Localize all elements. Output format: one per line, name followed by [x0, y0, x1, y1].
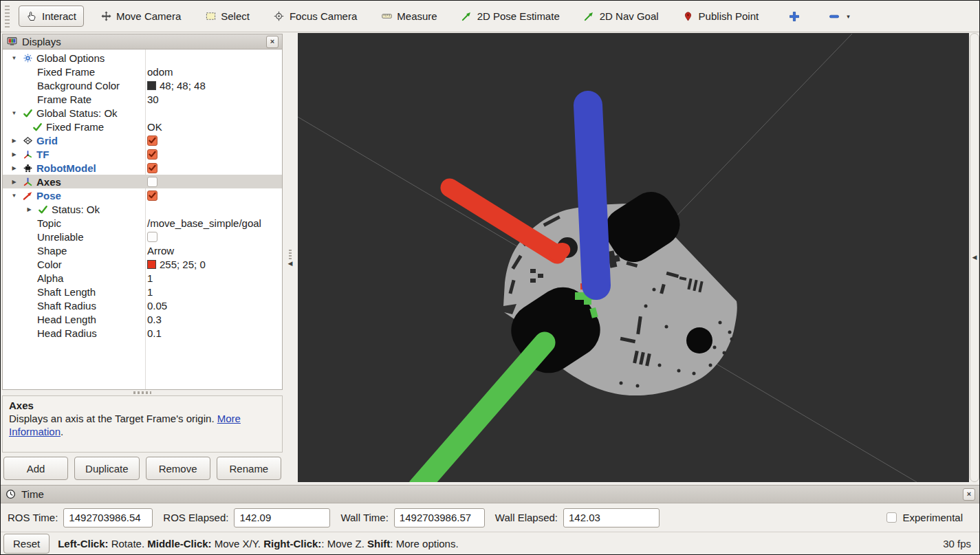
row-value-cell: 30: [147, 94, 159, 105]
expand-icon[interactable]: ▶: [25, 206, 34, 213]
collapse-icon[interactable]: ▼: [10, 110, 19, 116]
row-value[interactable]: 0.05: [147, 300, 167, 312]
close-icon[interactable]: ×: [266, 36, 279, 48]
row-value[interactable]: odom: [147, 66, 173, 78]
row-value[interactable]: 255; 25; 0: [160, 259, 206, 270]
ros-time-input[interactable]: [63, 508, 153, 527]
row-value-cell: 1: [147, 272, 153, 284]
display-row-unreliable[interactable]: Unreliable: [3, 230, 282, 243]
expand-icon[interactable]: ▶: [10, 138, 19, 144]
row-label: Shaft Length: [37, 286, 96, 298]
time-panel-header[interactable]: Time ×: [1, 485, 979, 503]
close-icon[interactable]: ×: [963, 488, 975, 501]
expand-icon[interactable]: ▶: [10, 165, 19, 171]
row-label: Head Radius: [37, 327, 97, 339]
select-icon: [205, 11, 216, 22]
color-swatch[interactable]: [147, 81, 156, 90]
row-value[interactable]: 0.3: [147, 314, 162, 325]
expand-icon[interactable]: ▶: [10, 151, 19, 157]
toolbar-focus-camera[interactable]: Focus Camera: [266, 6, 364, 27]
toolbar-move-camera[interactable]: Move Camera: [93, 6, 188, 27]
toolbar-select[interactable]: Select: [197, 6, 257, 27]
row-name-cell: Fixed Frame: [3, 120, 104, 133]
display-row-global-status-ok[interactable]: ▼Global Status: Ok: [3, 106, 282, 120]
experimental-option[interactable]: Experimental: [886, 512, 963, 523]
row-name-cell: Shape: [3, 243, 67, 257]
display-row-global-options[interactable]: ▼Global Options: [3, 51, 282, 65]
toolbar-drag-handle-icon[interactable]: [5, 6, 10, 28]
display-row-color[interactable]: Color255; 25; 0: [3, 257, 282, 271]
pose-icon: [22, 190, 33, 201]
ros-elapsed-input[interactable]: [234, 508, 330, 527]
panel-viewport-splitter[interactable]: ◀: [283, 34, 297, 482]
toolbar-interact[interactable]: Interact: [19, 6, 84, 27]
row-checkbox[interactable]: [147, 135, 157, 146]
display-row-head-length[interactable]: Head Length0.3: [3, 312, 282, 326]
wall-time-input[interactable]: [394, 508, 485, 527]
display-row-shaft-length[interactable]: Shaft Length1: [3, 285, 282, 298]
row-value[interactable]: 30: [147, 94, 159, 105]
selected-display-description: Axes Displays an axis at the Target Fram…: [2, 395, 283, 453]
display-row-topic[interactable]: Topic/move_base_simple/goal: [3, 216, 282, 230]
display-row-grid[interactable]: ▶Grid: [3, 133, 282, 147]
row-label: Shape: [37, 245, 67, 257]
collapse-right-icon[interactable]: ◀: [972, 254, 977, 261]
toolbar-2d-nav-goal[interactable]: 2D Nav Goal: [576, 6, 666, 27]
toolbar-publish-point[interactable]: Publish Point: [675, 6, 767, 27]
duplicate-button[interactable]: Duplicate: [74, 457, 139, 480]
check-icon: [22, 107, 33, 118]
row-value[interactable]: /move_base_simple/goal: [147, 217, 261, 229]
display-row-pose[interactable]: ▼Pose: [3, 188, 282, 202]
monitor-icon: [6, 36, 17, 47]
display-row-shaft-radius[interactable]: Shaft Radius0.05: [3, 298, 282, 312]
collapse-icon[interactable]: ▼: [10, 193, 19, 199]
chevron-down-icon[interactable]: ▾: [847, 13, 850, 20]
toolbar-minus-tool-button[interactable]: ▾: [821, 6, 858, 27]
display-row-fixed-frame[interactable]: Fixed FrameOK: [3, 120, 282, 133]
reset-button[interactable]: Reset: [3, 534, 50, 554]
row-checkbox[interactable]: [147, 149, 157, 160]
views-panel-collapsed-handle[interactable]: ◀: [970, 33, 979, 482]
display-row-status-ok[interactable]: ▶Status: Ok: [3, 202, 282, 216]
3d-viewport[interactable]: [298, 33, 969, 482]
collapse-left-icon[interactable]: ◀: [288, 261, 293, 267]
display-row-alpha[interactable]: Alpha1: [3, 271, 282, 285]
row-checkbox[interactable]: [147, 191, 157, 201]
row-value[interactable]: Arrow: [147, 245, 174, 257]
toolbar-measure[interactable]: Measure: [373, 6, 444, 27]
row-value-cell: 48; 48; 48: [147, 80, 206, 91]
row-value[interactable]: 0.1: [147, 327, 162, 339]
collapse-icon[interactable]: ▼: [10, 55, 19, 61]
expand-icon[interactable]: ▶: [10, 179, 19, 185]
add-button[interactable]: Add: [3, 457, 68, 480]
displays-panel-header[interactable]: Displays ×: [2, 34, 283, 50]
row-value[interactable]: 1: [147, 272, 153, 284]
tool-toolbar: InteractMove CameraSelectFocus CameraMea…: [1, 1, 979, 32]
tree-description-splitter[interactable]: [2, 390, 283, 395]
experimental-checkbox[interactable]: [886, 512, 897, 523]
display-row-background-color[interactable]: Background Color48; 48; 48: [3, 78, 282, 92]
row-value[interactable]: 48; 48; 48: [160, 80, 206, 91]
row-checkbox[interactable]: [147, 163, 157, 173]
rename-button[interactable]: Rename: [217, 457, 281, 480]
display-row-axes[interactable]: ▶Axes: [3, 175, 282, 188]
toolbar-2d-pose-estimate[interactable]: 2D Pose Estimate: [454, 6, 567, 27]
color-swatch[interactable]: [147, 260, 156, 269]
display-row-shape[interactable]: ShapeArrow: [3, 243, 282, 257]
toolbar-plus-tool-button[interactable]: [781, 6, 807, 27]
remove-button[interactable]: Remove: [146, 457, 210, 480]
row-name-cell: ▼Global Options: [3, 51, 105, 65]
display-row-fixed-frame[interactable]: Fixed Frameodom: [3, 65, 282, 78]
row-value[interactable]: OK: [147, 121, 162, 133]
display-row-frame-rate[interactable]: Frame Rate30: [3, 92, 282, 106]
display-row-tf[interactable]: ▶TF: [3, 147, 282, 161]
toolbar-extra: ▾: [781, 6, 858, 27]
row-checkbox[interactable]: [147, 232, 157, 242]
row-value[interactable]: 1: [147, 286, 153, 298]
row-value-cell: [147, 135, 157, 146]
display-row-robotmodel[interactable]: ▶RobotModel: [3, 161, 282, 175]
row-value-cell: [147, 149, 157, 160]
display-row-head-radius[interactable]: Head Radius0.1: [3, 326, 282, 340]
wall-elapsed-input[interactable]: [563, 508, 660, 527]
row-checkbox[interactable]: [147, 177, 157, 187]
